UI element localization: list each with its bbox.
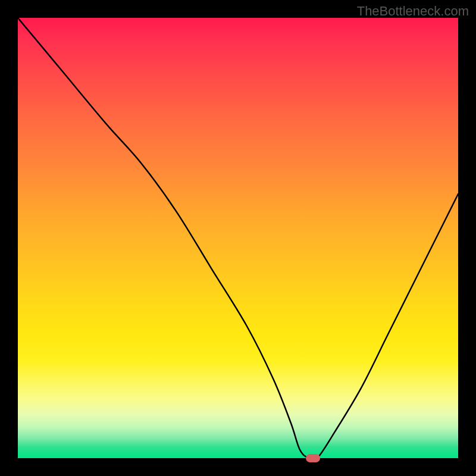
plot-area bbox=[18, 18, 458, 458]
watermark-text: TheBottleneck.com bbox=[357, 4, 469, 19]
bottleneck-curve bbox=[18, 18, 458, 458]
optimal-marker bbox=[306, 454, 320, 462]
